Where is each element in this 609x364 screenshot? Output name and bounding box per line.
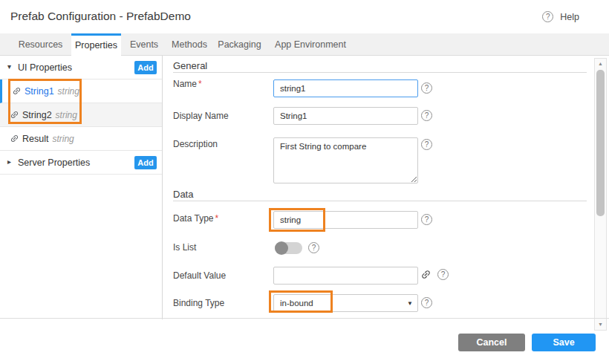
help-icon: ? (542, 11, 553, 22)
tab-methods[interactable]: Methods (168, 33, 211, 56)
sidebar-item-string1[interactable]: String1string (0, 79, 162, 103)
general-section-title: General (173, 60, 207, 71)
name-input[interactable] (273, 79, 418, 97)
display-name-input[interactable] (273, 107, 418, 125)
data-type-label: Data Type* (173, 213, 218, 224)
property-type: string (52, 134, 74, 144)
tab-properties[interactable]: Properties (71, 33, 121, 56)
bind-link-icon[interactable] (420, 269, 431, 283)
server-properties-label: Server Properties (18, 157, 90, 168)
scroll-up-icon[interactable]: ▲ (595, 59, 606, 68)
footer-divider (0, 318, 609, 319)
data-section-title: Data (173, 189, 193, 200)
required-marker: * (198, 79, 202, 89)
property-type: string (58, 86, 79, 97)
help-icon[interactable]: ? (437, 269, 449, 280)
is-list-toggle[interactable] (275, 242, 302, 254)
help-icon[interactable]: ? (421, 110, 432, 121)
toggle-knob (275, 241, 288, 255)
cancel-button[interactable]: Cancel (458, 334, 525, 351)
default-value-label: Default Value (173, 270, 226, 281)
sidebar-item-result[interactable]: Resultstring (0, 127, 162, 151)
tab-resources[interactable]: Resources (13, 33, 68, 56)
help-link[interactable]: ? Help (542, 11, 579, 22)
section-divider (173, 72, 587, 73)
property-name: String1 (25, 86, 54, 97)
caret-right-icon: ▸ (7, 157, 11, 166)
data-type-input[interactable] (273, 211, 418, 229)
default-value-input[interactable] (273, 267, 418, 285)
tab-bar: Resources Properties Events Methods Pack… (0, 33, 609, 56)
property-name: String2 (22, 110, 52, 120)
tab-events[interactable]: Events (126, 33, 163, 56)
sidebar-item-string2[interactable]: String2string (0, 103, 162, 127)
link-icon (12, 86, 22, 98)
link-icon (10, 110, 19, 122)
dialog-title: Prefab Configuration - PrefabDemo (10, 10, 191, 23)
server-properties-header[interactable]: ▸ Server Properties Add (0, 151, 162, 175)
properties-sidebar: ▾ UI Properties Add String1string String… (0, 56, 163, 319)
help-label: Help (560, 12, 579, 22)
link-icon (10, 134, 19, 146)
required-marker: * (215, 213, 218, 224)
help-icon[interactable]: ? (421, 139, 432, 150)
binding-type-select[interactable]: in-bound (273, 294, 418, 312)
help-icon[interactable]: ? (308, 242, 319, 253)
description-textarea[interactable]: First String to compare (273, 137, 418, 183)
help-icon[interactable]: ? (421, 297, 432, 308)
save-button[interactable]: Save (532, 334, 596, 351)
property-form: General Name* ? Display Name ? Descripti… (163, 56, 591, 319)
server-properties-add-button[interactable]: Add (134, 156, 157, 169)
binding-type-label: Binding Type (173, 298, 224, 308)
is-list-label: Is List (173, 242, 196, 253)
property-name: Result (22, 134, 48, 144)
ui-properties-header[interactable]: ▾ UI Properties Add (0, 56, 162, 79)
prefab-configuration-dialog: Prefab Configuration - PrefabDemo ? Help… (0, 0, 609, 364)
caret-down-icon: ▾ (7, 62, 11, 71)
ui-properties-label: UI Properties (18, 62, 72, 73)
ui-properties-add-button[interactable]: Add (134, 61, 157, 74)
name-label: Name* (173, 79, 202, 89)
description-label: Description (173, 139, 218, 149)
display-name-label: Display Name (173, 111, 229, 121)
section-divider (173, 201, 587, 201)
tab-packaging[interactable]: Packaging (215, 33, 264, 56)
scroll-down-icon[interactable]: ▼ (595, 320, 606, 329)
scrollbar-thumb[interactable] (596, 70, 605, 216)
help-icon[interactable]: ? (421, 214, 432, 225)
tab-app-environment[interactable]: App Environment (273, 33, 348, 56)
dialog-header: Prefab Configuration - PrefabDemo ? Help (0, 0, 609, 33)
vertical-scrollbar[interactable]: ▲ ▼ (594, 58, 607, 331)
help-icon[interactable]: ? (421, 82, 432, 94)
property-type: string (56, 110, 77, 120)
